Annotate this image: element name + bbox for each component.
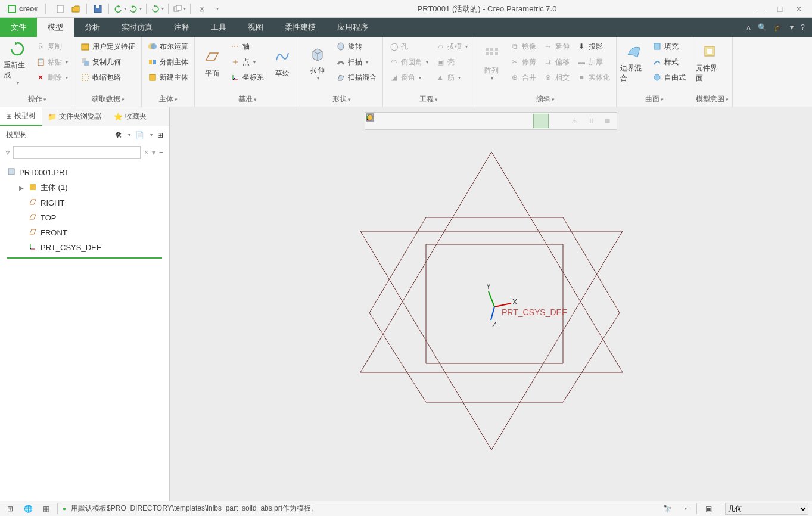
new-button[interactable] bbox=[53, 2, 67, 16]
point-button[interactable]: 点▾ bbox=[228, 55, 266, 69]
side-tab-model-tree[interactable]: ⊞模型树 bbox=[0, 107, 42, 126]
tools-icon[interactable]: 🛠 bbox=[115, 131, 122, 139]
csys-button[interactable]: 坐标系 bbox=[228, 70, 266, 85]
selection-filter-icon[interactable]: ▣ bbox=[702, 503, 715, 515]
solidify-button[interactable]: ■实体化 bbox=[574, 70, 612, 85]
tree-item-right[interactable]: RIGHT bbox=[0, 195, 169, 210]
copy-geometry-button[interactable]: 复制几何 bbox=[78, 55, 138, 69]
insert-here-bar[interactable] bbox=[7, 257, 162, 259]
tab-analysis[interactable]: 分析 bbox=[74, 18, 111, 37]
tab-file[interactable]: 文件 bbox=[0, 18, 37, 37]
graphics-canvas[interactable]: + - A ⚠ ⏸ ⏹ bbox=[170, 107, 812, 501]
component-interface-button[interactable]: 元件界面 bbox=[696, 39, 723, 86]
copy-button[interactable]: ⎘复制 bbox=[33, 39, 70, 54]
expand-icon[interactable]: ▶ bbox=[19, 185, 25, 191]
style-button[interactable]: 样式 bbox=[650, 55, 688, 69]
search-icon[interactable]: 🔍 bbox=[758, 23, 767, 32]
z-label: Z bbox=[492, 321, 496, 329]
shrinkwrap-button[interactable]: 收缩包络 bbox=[78, 70, 138, 85]
search-input[interactable] bbox=[13, 146, 141, 159]
udf-button[interactable]: 用户定义特征 bbox=[78, 39, 138, 54]
clear-search-icon[interactable]: × bbox=[144, 148, 148, 157]
filter-tree-icon[interactable]: ⊞ bbox=[157, 131, 163, 139]
chamfer-button[interactable]: ◢倒角▾ bbox=[387, 70, 431, 85]
web-icon[interactable]: 🌐 bbox=[21, 503, 35, 515]
close-window-button[interactable]: ⊠ bbox=[194, 2, 209, 16]
filter-icon[interactable]: ▿ bbox=[6, 148, 10, 157]
windows-button[interactable]: ▾ bbox=[172, 2, 186, 16]
offset-button[interactable]: ⇉偏移 bbox=[541, 55, 572, 69]
save-button[interactable] bbox=[91, 2, 105, 16]
intersect-button[interactable]: ⊗相交 bbox=[541, 70, 572, 85]
shell-button[interactable]: ▣壳 bbox=[433, 55, 470, 69]
search-next-icon[interactable]: ▾ bbox=[152, 148, 155, 157]
split-body-button[interactable]: 分割主体 bbox=[145, 55, 191, 69]
sweep-button[interactable]: 扫描▾ bbox=[334, 55, 379, 69]
svg-line-61 bbox=[491, 307, 494, 320]
project-button[interactable]: ⬇投影 bbox=[574, 39, 612, 54]
rib-icon: ▲ bbox=[435, 73, 445, 82]
trim-button[interactable]: ✂修剪 bbox=[508, 55, 539, 69]
new-body-button[interactable]: 新建主体 bbox=[145, 70, 191, 85]
plane-icon bbox=[203, 47, 222, 66]
tab-model[interactable]: 模型 bbox=[37, 18, 74, 37]
sketch-icon bbox=[273, 47, 292, 66]
star-icon: ⭐ bbox=[114, 113, 123, 121]
close-button[interactable]: ✕ bbox=[793, 3, 805, 15]
freestyle-button[interactable]: 自由式 bbox=[650, 70, 688, 85]
tab-live-simulation[interactable]: 实时仿真 bbox=[111, 18, 163, 37]
side-tab-favorites[interactable]: ⭐收藏夹 bbox=[108, 107, 153, 126]
undo-button[interactable]: ▾ bbox=[113, 2, 127, 16]
delete-button[interactable]: ✕删除▾ bbox=[33, 70, 70, 85]
tree-item-csys[interactable]: PRT_CSYS_DEF bbox=[0, 240, 169, 255]
ribbon-minimize-icon[interactable]: ʌ bbox=[746, 23, 751, 32]
help-icon[interactable]: ? bbox=[801, 23, 805, 32]
fill-button[interactable]: 填充 bbox=[650, 39, 688, 54]
rib-button[interactable]: ▲筋▾ bbox=[433, 70, 470, 85]
merge-button[interactable]: ⊕合并 bbox=[508, 70, 539, 85]
revolve-button[interactable]: 旋转 bbox=[334, 39, 379, 54]
redo-button[interactable]: ▾ bbox=[128, 2, 142, 16]
axis-button[interactable]: 轴 bbox=[228, 39, 266, 54]
tree-item-bodies[interactable]: ▶主体 (1) bbox=[0, 180, 169, 195]
plane-button[interactable]: 平面 bbox=[198, 39, 226, 86]
settings-icon[interactable]: 📄 bbox=[135, 131, 144, 139]
grid-icon[interactable]: ⊞ bbox=[4, 503, 17, 515]
round-button[interactable]: ◠倒圆角▾ bbox=[387, 55, 431, 69]
swept-blend-button[interactable]: 扫描混合 bbox=[334, 70, 379, 85]
regenerate-button[interactable]: ▾ bbox=[150, 2, 164, 16]
minimize-button[interactable]: — bbox=[755, 3, 767, 15]
tree-item-front[interactable]: FRONT bbox=[0, 225, 169, 240]
find-icon[interactable]: 🔭 bbox=[661, 503, 674, 515]
help-dropdown-icon[interactable]: ▾ bbox=[790, 23, 794, 32]
regenerate-big-button[interactable]: 重新生成▾ bbox=[4, 39, 31, 86]
boundary-blend-button[interactable]: 边界混合 bbox=[620, 39, 648, 86]
tab-tools[interactable]: 工具 bbox=[200, 18, 237, 37]
selection-filter-select[interactable]: 几何 bbox=[725, 503, 808, 515]
draft-button[interactable]: ▱拔模▾ bbox=[433, 39, 470, 54]
paste-button[interactable]: 📋粘贴▾ bbox=[33, 55, 70, 69]
layers-icon[interactable]: ▦ bbox=[39, 503, 52, 515]
side-tab-folder-browser[interactable]: 📁文件夹浏览器 bbox=[42, 107, 108, 126]
mirror-button[interactable]: ⧉镜像 bbox=[508, 39, 539, 54]
qat-customize-button[interactable]: ▾ bbox=[210, 2, 224, 16]
boolean-button[interactable]: 布尔运算 bbox=[145, 39, 191, 54]
paste-icon: 📋 bbox=[36, 57, 45, 67]
thicken-button[interactable]: ▬加厚 bbox=[574, 55, 612, 69]
tree-root[interactable]: PRT0001.PRT bbox=[0, 165, 169, 180]
find-dd-icon[interactable]: ▾ bbox=[679, 503, 692, 515]
open-button[interactable] bbox=[69, 2, 83, 16]
tab-applications[interactable]: 应用程序 bbox=[326, 18, 379, 37]
extend-button[interactable]: →延伸 bbox=[541, 39, 572, 54]
tab-view[interactable]: 视图 bbox=[237, 18, 274, 37]
add-icon[interactable]: + bbox=[159, 148, 163, 157]
tab-annotate[interactable]: 注释 bbox=[163, 18, 200, 37]
sketch-button[interactable]: 草绘 bbox=[269, 39, 296, 86]
hole-button[interactable]: ◯孔 bbox=[387, 39, 431, 54]
tree-item-top[interactable]: TOP bbox=[0, 210, 169, 225]
learning-icon[interactable]: 🎓 bbox=[774, 23, 783, 32]
maximize-button[interactable]: □ bbox=[774, 3, 786, 15]
pattern-button[interactable]: 阵列▾ bbox=[478, 39, 505, 86]
tab-flexible-modeling[interactable]: 柔性建模 bbox=[274, 18, 326, 37]
extrude-button[interactable]: 拉伸▾ bbox=[304, 39, 331, 86]
